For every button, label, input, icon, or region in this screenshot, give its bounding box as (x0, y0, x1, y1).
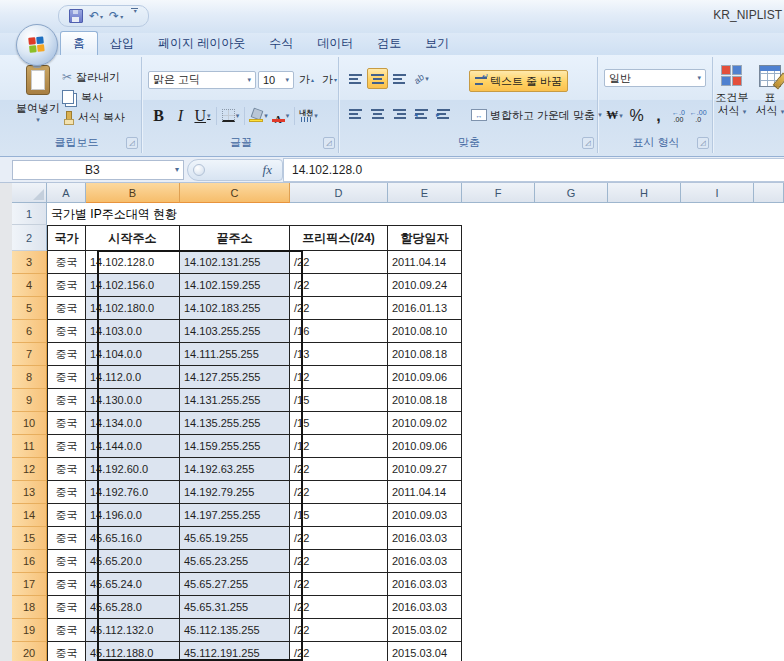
shrink-font-button[interactable]: 가▾ (319, 69, 340, 90)
row-header[interactable]: 4 (12, 274, 47, 297)
grow-font-button[interactable]: 가▴ (296, 69, 317, 90)
undo-button[interactable]: ↶▾ (87, 8, 105, 24)
tab-page-layout[interactable]: 페이지 레이아웃 (146, 32, 257, 55)
tab-insert[interactable]: 삽입 (98, 32, 146, 55)
cell-date[interactable]: 2010.08.18 (388, 389, 462, 412)
cell-country[interactable]: 중국 (47, 458, 86, 481)
cell-end-address[interactable]: 14.159.255.255 (180, 435, 290, 458)
cell-date[interactable]: 2016.03.03 (388, 573, 462, 596)
cell-country[interactable]: 중국 (47, 642, 86, 661)
cell-start-address[interactable]: 14.144.0.0 (86, 435, 180, 458)
cell-prefix[interactable]: /12 (290, 366, 388, 389)
cell-start-address[interactable]: 45.65.28.0 (86, 596, 180, 619)
cell-end-address[interactable]: 45.65.27.255 (180, 573, 290, 596)
column-header-f[interactable]: F (462, 183, 535, 203)
cell-date[interactable]: 2016.03.03 (388, 527, 462, 550)
row-header[interactable]: 13 (12, 481, 47, 504)
cell-start-address[interactable]: 14.130.0.0 (86, 389, 180, 412)
cell-country[interactable]: 중국 (47, 389, 86, 412)
conditional-formatting-button[interactable]: 조건부 서식 ▾ (715, 65, 749, 118)
orientation-button[interactable]: ab▾ (411, 68, 432, 89)
cell-prefix[interactable]: /13 (290, 343, 388, 366)
cell-prefix[interactable]: /22 (290, 550, 388, 573)
cell-date[interactable]: 2010.09.03 (388, 504, 462, 527)
number-format-select[interactable]: 일반 ▾ (604, 69, 706, 87)
cell-country[interactable]: 중국 (47, 412, 86, 435)
cell-date[interactable]: 2015.03.02 (388, 619, 462, 642)
cell-date[interactable]: 2010.09.27 (388, 458, 462, 481)
borders-button[interactable]: ▾ (220, 105, 241, 126)
cell-start-address[interactable]: 14.102.156.0 (86, 274, 180, 297)
header-cell-prefix[interactable]: 프리픽스(/24) (290, 225, 388, 251)
align-center-button[interactable] (367, 103, 388, 124)
cell-date[interactable]: 2010.09.24 (388, 274, 462, 297)
cell-end-address[interactable]: 45.112.191.255 (180, 642, 290, 661)
column-header-g[interactable]: G (535, 183, 608, 203)
cell-prefix[interactable]: /22 (290, 642, 388, 661)
column-header-e[interactable]: E (388, 183, 462, 203)
row-header[interactable]: 20 (12, 642, 47, 661)
cell-prefix[interactable]: /22 (290, 573, 388, 596)
sheet-title-cell[interactable]: 국가별 IP주소대역 현황 (47, 203, 401, 225)
cell-date[interactable]: 2016.03.03 (388, 596, 462, 619)
qat-customize-button[interactable]: ▾ (129, 8, 140, 24)
cell-date[interactable]: 2015.03.04 (388, 642, 462, 661)
cell-start-address[interactable]: 14.102.180.0 (86, 297, 180, 320)
cell-end-address[interactable]: 14.192.79.255 (180, 481, 290, 504)
tab-home[interactable]: 홈 (60, 31, 98, 55)
font-size-select[interactable]: 10 ▾ (258, 71, 294, 89)
save-button[interactable] (67, 8, 85, 24)
decrease-decimal-button[interactable]: ←.00.0 (688, 107, 709, 125)
row-header[interactable]: 19 (12, 619, 47, 642)
font-name-select[interactable]: 맑은 고딕 ▾ (148, 71, 256, 89)
phonetic-guide-button[interactable]: 내천▾ (298, 105, 319, 126)
cell-country[interactable]: 중국 (47, 481, 86, 504)
cell-country[interactable]: 중국 (47, 550, 86, 573)
cell-country[interactable]: 중국 (47, 619, 86, 642)
cell-country[interactable]: 중국 (47, 343, 86, 366)
cell-date[interactable]: 2010.09.06 (388, 435, 462, 458)
format-painter-button[interactable]: 서식 복사 (62, 107, 138, 127)
cell-date[interactable]: 2010.08.10 (388, 320, 462, 343)
format-as-table-button[interactable]: 표 서식 ▾ (753, 65, 784, 118)
column-header-h[interactable]: H (608, 183, 681, 203)
align-top-button[interactable] (345, 68, 366, 89)
cell-end-address[interactable]: 45.65.23.255 (180, 550, 290, 573)
column-header-b[interactable]: B (86, 183, 180, 203)
cell-country[interactable]: 중국 (47, 251, 86, 274)
increase-decimal-button[interactable]: ←.0.00 (670, 107, 687, 125)
column-header-i[interactable]: I (681, 183, 754, 203)
cell-start-address[interactable]: 45.65.20.0 (86, 550, 180, 573)
header-cell-date[interactable]: 할당일자 (388, 225, 462, 251)
tab-review[interactable]: 검토 (365, 32, 413, 55)
align-middle-button[interactable] (367, 68, 388, 89)
office-button[interactable] (16, 24, 58, 66)
cell-prefix[interactable]: /15 (290, 389, 388, 412)
number-dialog-launcher[interactable]: ◿ (697, 137, 709, 149)
row-header[interactable]: 14 (12, 504, 47, 527)
row-header[interactable]: 11 (12, 435, 47, 458)
paste-button[interactable]: 붙여넣기 ▾ (16, 65, 60, 135)
cell-date[interactable]: 2016.01.13 (388, 297, 462, 320)
cell-end-address[interactable]: 45.112.135.255 (180, 619, 290, 642)
row-header-2[interactable]: 2 (12, 225, 47, 251)
cell-country[interactable]: 중국 (47, 435, 86, 458)
cell-date[interactable]: 2011.04.14 (388, 481, 462, 504)
cell-prefix[interactable]: /22 (290, 251, 388, 274)
cell-end-address[interactable]: 14.197.255.255 (180, 504, 290, 527)
redo-button[interactable]: ↷▾ (107, 8, 125, 24)
row-header[interactable]: 8 (12, 366, 47, 389)
cell-start-address[interactable]: 14.102.128.0 (86, 251, 180, 274)
cell-prefix[interactable]: /22 (290, 481, 388, 504)
cell-end-address[interactable]: 14.127.255.255 (180, 366, 290, 389)
formula-input[interactable]: 14.102.128.0 (283, 158, 784, 182)
row-header[interactable]: 17 (12, 573, 47, 596)
name-box[interactable]: B3 ▾ (12, 160, 184, 180)
column-header-c[interactable]: C (180, 183, 290, 203)
cell-prefix[interactable]: /22 (290, 596, 388, 619)
row-header[interactable]: 10 (12, 412, 47, 435)
tab-view[interactable]: 보기 (413, 32, 461, 55)
cell-end-address[interactable]: 45.65.31.255 (180, 596, 290, 619)
underline-button[interactable]: U▾ (192, 105, 213, 126)
align-left-button[interactable] (345, 103, 366, 124)
